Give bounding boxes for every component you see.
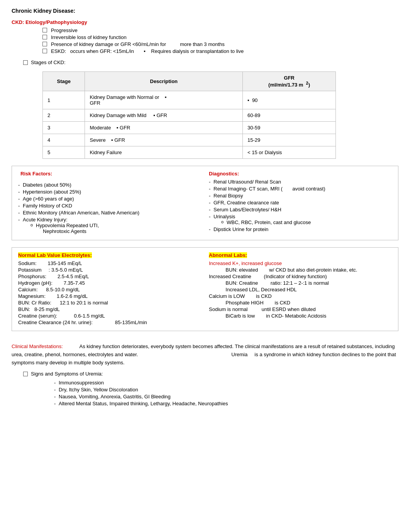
list-item: Renal Ultrasound/ Renal Scan: [209, 179, 392, 185]
col-description: Description: [85, 72, 243, 91]
list-item: Hypertension (about 25%): [18, 189, 201, 195]
bullet-eskd: ESKD: occurs when GFR: <15mL/in ▪ Requir…: [42, 48, 398, 54]
list-item: Acute Kidney Injury: Hypovolemia Repeate…: [18, 217, 201, 234]
lab-hydrogen: Hydrogen (pH): 7.35-7.45: [18, 280, 201, 286]
list-item: Age (>60 years of age): [18, 196, 201, 202]
labs-section: Normal Lab Value Electrolytes: Sodium: 1…: [12, 247, 398, 331]
lab-sodium: Sodium: 135-145 mEq/L: [18, 260, 201, 266]
diagnostics-col: Diagnostics: Renal Ultrasound/ Renal Sca…: [209, 171, 392, 235]
list-item: Renal Imaging- CT scan, MRI ( avoid cont…: [209, 186, 392, 192]
lab-creatine-clearance: Creatine Clearance (24 hr. urine): 85-13…: [18, 320, 201, 325]
signs-label: Signs and Symptoms of Uremia:: [31, 371, 103, 377]
col-stage: Stage: [43, 72, 85, 91]
lab-bun-cr: BUN: Cr Ratio: 12:1 to 20:1 is normal: [18, 300, 201, 306]
clinical-section: Clinical Manifestations: As kidney funct…: [12, 343, 398, 406]
clinical-text: Clinical Manifestations: As kidney funct…: [12, 343, 398, 367]
bullet-progressive: Progressive: [42, 27, 398, 33]
abnormal-labs-col: Abnormal Labs: Increased K+, increased g…: [209, 252, 392, 326]
diagnostics-heading: Diagnostics:: [209, 171, 392, 177]
abn-bicarb: BiCarb is low in CKD- Metabolic Acidosis: [209, 313, 392, 319]
lab-phosphorus: Phosphorus: 2.5-4.5 mEq/L: [18, 274, 201, 279]
table-row: 2 Kidney Damage with Mild ▪ GFR 60-89: [43, 109, 336, 122]
lab-creatine: Creatine (serum): 0.6-1.5 mg/dL: [18, 313, 201, 319]
ckd-heading: CKD: Etiology/Pathophysiology: [12, 19, 398, 25]
lab-calcium: Calcium: 8.5-10.0 mg/dL: [18, 287, 201, 292]
list-item: Dry, Itchy Skin, Yellow Discoloration: [54, 387, 398, 393]
abn-bun-creatine: BUN: Creatine ratio: 12:1 – 2-:1 is norm…: [209, 280, 392, 286]
list-item: Dipstick Urine for protein: [209, 226, 392, 232]
list-item: Renal Biopsy: [209, 193, 392, 199]
list-item: Diabetes (about 50%): [18, 182, 201, 188]
bullet-presence: Presence of kidney damage or GFR <60/mL/…: [42, 41, 398, 47]
list-item: Serum Labs/Electrolytes/ H&H: [209, 207, 392, 212]
normal-labs-col: Normal Lab Value Electrolytes: Sodium: 1…: [18, 252, 201, 326]
list-item: Nausea, Vomiting, Anorexia, Gastritis, G…: [54, 394, 398, 399]
abn-phosphate: Phosphate HIGH is CKD: [209, 300, 392, 306]
lab-bun: BUN: 8-25 mg/dL: [18, 306, 201, 312]
abn-ldl: Increased LDL, Decreased HDL: [209, 287, 392, 292]
list-item: Family History of CKD: [18, 203, 201, 209]
table-row: 3 Moderate ▪ GFR 30-59: [43, 122, 336, 134]
list-item: Altered Mental Status, Impaired thinking…: [54, 401, 398, 406]
lab-potassium: Potassium : 3.5-5.0 mEq/L: [18, 267, 201, 273]
risk-diagnostics-section: Risk Factors: Diabetes (about 50%) Hyper…: [12, 166, 398, 240]
risk-heading: Risk Factors:: [20, 171, 52, 177]
bullet-irreversible: Irreversible loss of kidney function: [42, 34, 398, 40]
signs-section: Signs and Symptoms of Uremia: Immunosupp…: [12, 371, 398, 406]
list-item: Hypovolemia Repeated UTI, Nephrotoxic Ag…: [30, 223, 201, 234]
list-item: Ethnic Monitory (African American, Nativ…: [18, 210, 201, 216]
abn-calcium: Calcium is LOW is CKD: [209, 293, 392, 299]
abnormal-labs-heading: Abnormal Labs:: [209, 252, 392, 258]
stages-label: Stages of CKD:: [23, 59, 398, 65]
abn-bun: BUN: elevated w/ CKD but also diet-prote…: [209, 267, 392, 273]
abn-creatine: Increased Creatine (Indicator of kidney …: [209, 274, 392, 279]
risk-list: Diabetes (about 50%) Hypertension (about…: [18, 182, 201, 234]
page-title: Chronic Kidney Disease:: [12, 8, 398, 14]
list-item: WBC, RBC, Protein, cast and glucose: [221, 219, 392, 225]
diagnostics-list: Renal Ultrasound/ Renal Scan Renal Imagi…: [209, 179, 392, 232]
table-row: 1 Kidney Damage with Normal or ▪GFR ▪ 90: [43, 91, 336, 109]
list-item: Urinalysis WBC, RBC, Protein, cast and g…: [209, 214, 392, 225]
table-row: 5 Kidney Failure < 15 or Dialysis: [43, 146, 336, 159]
normal-labs-heading: Normal Lab Value Electrolytes:: [18, 252, 201, 258]
lab-magnesium: Magnesium: 1.6-2.6 mg/dL: [18, 293, 201, 299]
list-item: GFR, Creatine clearance rate: [209, 200, 392, 206]
stages-table: Stage Description GFR(ml/min/1.73 m 2) 1…: [42, 71, 336, 159]
abn-k: Increased K+, increased glucose: [209, 260, 392, 266]
clinical-heading: Clinical Manifestations:: [12, 343, 63, 349]
col-gfr: GFR(ml/min/1.73 m 2): [243, 72, 336, 91]
table-row: 4 Severe ▪ GFR 15-29: [43, 134, 336, 146]
signs-list: Immunosuppression Dry, Itchy Skin, Yello…: [54, 380, 398, 406]
list-item: Immunosuppression: [54, 380, 398, 386]
abn-sodium: Sodium is normal until ESRD when diluted: [209, 306, 392, 312]
risk-factors-col: Risk Factors: Diabetes (about 50%) Hyper…: [18, 171, 201, 235]
